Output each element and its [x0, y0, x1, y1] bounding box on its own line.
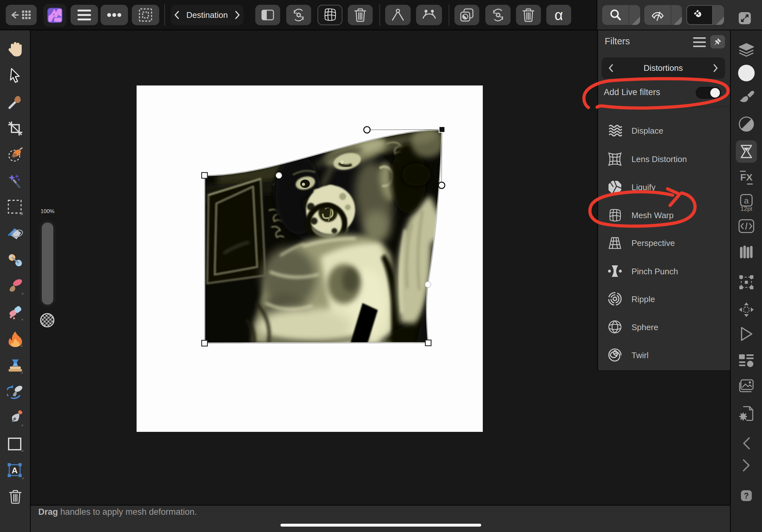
svg-text:FX: FX	[740, 172, 752, 182]
svg-text:A: A	[12, 466, 18, 475]
svg-text:?: ?	[744, 491, 749, 500]
svg-text:a: a	[744, 196, 749, 205]
